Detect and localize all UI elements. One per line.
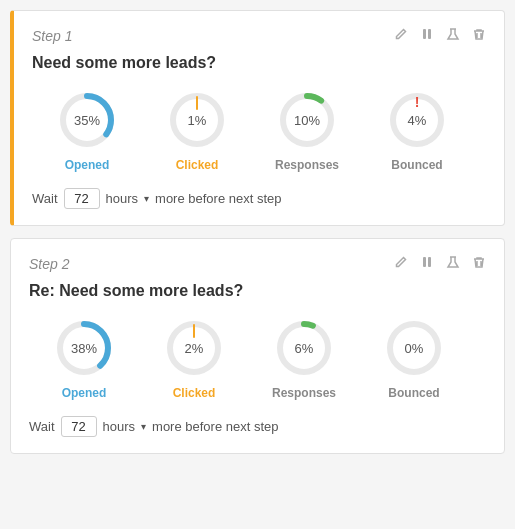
metric-opened: 35% Opened [32,88,142,172]
svg-rect-1 [428,29,431,39]
metric-label-opened: Opened [62,386,107,400]
edit-icon[interactable] [394,255,408,272]
donut-wrapper-clicked: 1% [165,88,229,152]
donut-wrapper-opened: 35% [55,88,119,152]
metric-label-responses: Responses [275,158,339,172]
wait-input[interactable] [61,416,97,437]
step-header: Step 1 [32,27,486,44]
metric-label-responses: Responses [272,386,336,400]
donut-wrapper-opened: 38% [52,316,116,380]
metric-opened: 38% Opened [29,316,139,400]
metric-label-opened: Opened [65,158,110,172]
edit-icon[interactable] [394,27,408,44]
delete-icon[interactable] [472,255,486,272]
svg-rect-9 [423,257,426,267]
flask-icon[interactable] [446,255,460,272]
wait-unit: hours [106,191,139,206]
pause-icon[interactable] [420,255,434,272]
wait-row: Wait hours ▾ more before next step [32,188,486,209]
metric-bounced: 0% Bounced [359,316,469,400]
metric-value-clicked: 2% [185,341,204,356]
donut-wrapper-bounced: 0% [382,316,446,380]
step-title: Need some more leads? [32,54,486,72]
svg-rect-10 [428,257,431,267]
wait-row: Wait hours ▾ more before next step [29,416,486,437]
metric-responses: 10% Responses [252,88,362,172]
dropdown-arrow-icon[interactable]: ▾ [141,421,146,432]
metric-value-responses: 10% [294,113,320,128]
donut-wrapper-bounced: ! 4% [385,88,449,152]
wait-more-label: more before next step [152,419,278,434]
metric-bounced: ! 4% Bounced [362,88,472,172]
step-header: Step 2 [29,255,486,272]
metric-label-clicked: Clicked [176,158,219,172]
metric-clicked: 2% Clicked [139,316,249,400]
wait-label: Wait [29,419,55,434]
step-title: Re: Need some more leads? [29,282,486,300]
metrics-row: 38% Opened 2% Clicked 6% [29,316,486,400]
metrics-row: 35% Opened 1% Clicked 10% [32,88,486,172]
metric-clicked: 1% Clicked [142,88,252,172]
donut-wrapper-responses: 10% [275,88,339,152]
step-actions [394,27,486,44]
wait-label: Wait [32,191,58,206]
wait-more-label: more before next step [155,191,281,206]
svg-rect-0 [423,29,426,39]
metric-value-bounced: 4% [408,113,427,128]
delete-icon[interactable] [472,27,486,44]
step-label: Step 2 [29,256,69,272]
wait-input[interactable] [64,188,100,209]
step-label: Step 1 [32,28,72,44]
metric-value-opened: 35% [74,113,100,128]
metric-responses: 6% Responses [249,316,359,400]
donut-wrapper-clicked: 2% [162,316,226,380]
step-card-step1: Step 1 [10,10,505,226]
pause-icon[interactable] [420,27,434,44]
metric-value-bounced: 0% [405,341,424,356]
step-card-step2: Step 2 [10,238,505,454]
metric-label-clicked: Clicked [173,386,216,400]
dropdown-arrow-icon[interactable]: ▾ [144,193,149,204]
metric-value-opened: 38% [71,341,97,356]
donut-wrapper-responses: 6% [272,316,336,380]
wait-unit: hours [103,419,136,434]
metric-label-bounced: Bounced [388,386,439,400]
metric-value-clicked: 1% [188,113,207,128]
flask-icon[interactable] [446,27,460,44]
metric-label-bounced: Bounced [391,158,442,172]
step-actions [394,255,486,272]
metric-value-responses: 6% [295,341,314,356]
